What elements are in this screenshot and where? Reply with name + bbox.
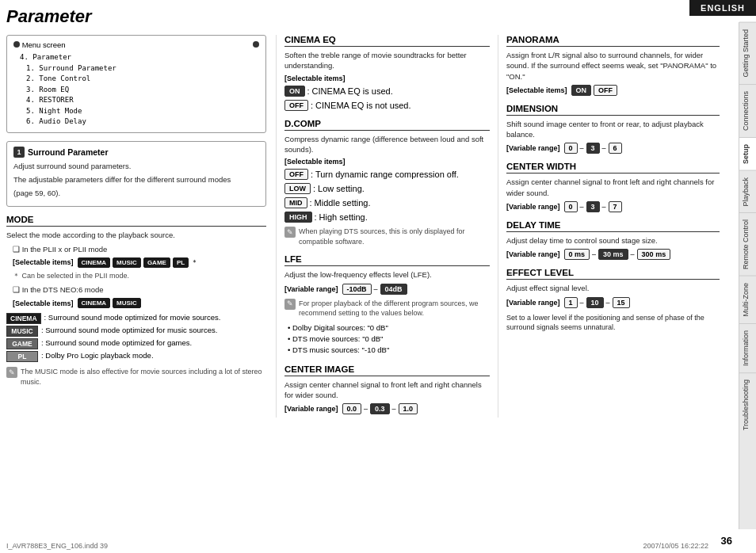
delay-time-dash1: –: [592, 250, 596, 258]
dcomp-high-text: : High setting.: [315, 212, 368, 222]
mode-item-cinema: CINEMA : Surround sound mode optimized f…: [6, 313, 266, 324]
sidebar-tab-multi-zone[interactable]: Multi-Zone: [739, 276, 756, 323]
menu-item-1: 1. Surround Parameter: [26, 63, 259, 74]
dts-music-badge: MUSIC: [113, 298, 141, 308]
delay-time-dash2: –: [631, 250, 635, 258]
pl-mode-badge: PL: [6, 351, 38, 362]
center-image-desc: Assign center channel signal to front le…: [284, 379, 490, 401]
effect-level-note: Set to a lower level if the positioning …: [506, 313, 720, 333]
plii-selectable-items: [Selectable items] CINEMA MUSIC GAME PL …: [13, 257, 266, 268]
delay-time-range-label: [Variable range]: [506, 250, 560, 258]
dts-cinema-badge: CINEMA: [78, 298, 111, 308]
dts-selectable-label: [Selectable items]: [13, 299, 74, 307]
note-icon: ✎: [6, 367, 17, 378]
lfe-bullet-2: DTS music sources: "-10 dB": [288, 345, 490, 356]
panorama-selectable-label: [Selectable items]: [506, 86, 567, 94]
dcomp-desc: Compress dynamic range (difference betwe…: [284, 134, 490, 155]
language-banner: ENGLISH: [689, 0, 756, 16]
cinema-eq-items: ON : CINEMA EQ is used.: [284, 86, 490, 97]
delay-time-range-mid: 30 ms: [598, 249, 628, 260]
effect-level-range-max: 15: [613, 297, 630, 308]
dimension-range: [Variable range] 0 – 3 – 6: [506, 143, 720, 154]
sidebar-tab-playback[interactable]: Playback: [739, 170, 756, 213]
plii-music-badge: MUSIC: [113, 257, 141, 268]
center-image-range-max: 1.0: [399, 403, 418, 414]
mode-items-list: CINEMA : Surround sound mode optimized f…: [6, 313, 266, 362]
center-width-heading: CENTER WIDTH: [506, 162, 720, 174]
menu-item-6: 6. Audio Delay: [26, 116, 259, 128]
menu-screen-content: 4. Parameter 1. Surround Parameter 2. To…: [20, 52, 259, 128]
plii-mode-group: ❑ In the PLII x or PLII mode [Selectable…: [13, 244, 266, 281]
mode-item-game: GAME : Surround sound mode optimized for…: [6, 338, 266, 349]
dimension-range-min: 0: [564, 143, 578, 154]
plii-asterisk: ＊: [191, 257, 198, 268]
dcomp-mid-badge: MID: [284, 197, 307, 208]
center-image-range-min: 0.0: [342, 403, 362, 414]
delay-time-range: [Variable range] 0 ms – 30 ms – 300 ms: [506, 249, 720, 260]
sidebar-tab-troubleshooting[interactable]: Troubleshooting: [739, 372, 756, 437]
panorama-on-badge: ON: [571, 85, 592, 96]
dcomp-mid-item: MID : Middle setting.: [284, 197, 490, 208]
dcomp-off-item: OFF : Turn dynamic range compression off…: [284, 169, 490, 180]
plii-asterisk-note: ＊ Can be selected in the PLII mode.: [13, 271, 266, 281]
sidebar-tab-information[interactable]: Information: [739, 323, 756, 372]
mode-note-text: The MUSIC mode is also effective for mov…: [21, 367, 266, 387]
dcomp-heading: D.COMP: [284, 119, 490, 131]
cinema-eq-off-item: OFF : CINEMA EQ is not used.: [284, 100, 490, 111]
column-1: Menu screen 4. Parameter 1. Surround Par…: [6, 35, 276, 418]
menu-screen-header: Menu screen: [13, 40, 259, 49]
sidebar-tab-getting-started[interactable]: Getting Started: [739, 22, 756, 84]
dcomp-selectable-label-row: [Selectable items]: [284, 158, 490, 166]
cinema-eq-selectable: [Selectable items]: [284, 74, 490, 82]
menu-item-2: 2. Tone Control: [26, 74, 259, 85]
lfe-bullet-1: DTS movie sources: "0 dB": [288, 334, 490, 345]
panorama-off-badge: OFF: [594, 85, 617, 96]
cinema-eq-desc: Soften the treble range of movie soundtr…: [284, 50, 490, 71]
music-mode-text: : Surround sound mode optimized for musi…: [41, 326, 217, 334]
center-image-range-label: [Variable range]: [284, 405, 338, 413]
three-column-layout: Menu screen 4. Parameter 1. Surround Par…: [6, 35, 732, 418]
plii-game-badge: GAME: [143, 257, 170, 268]
lfe-range: [Variable range] -10dB – 04dB: [284, 284, 490, 295]
dcomp-low-text: : Low setting.: [313, 184, 365, 193]
lfe-range-label: [Variable range]: [284, 285, 338, 293]
lfe-range-dash: –: [374, 285, 378, 293]
sidebar-tab-setup[interactable]: Setup: [739, 137, 756, 170]
dcomp-mid-text: : Middle setting.: [310, 198, 371, 208]
lfe-desc: Adjust the low-frequency effects level (…: [284, 269, 490, 280]
plii-pl-badge: PL: [173, 257, 189, 268]
column-3: PANORAMA Assign front L/R signal also to…: [498, 35, 720, 418]
center-image-dash1: –: [364, 405, 368, 413]
pl-mode-text: : Dolby Pro Logic playback mode.: [41, 351, 154, 360]
cinema-eq-on-text: : CINEMA EQ is used.: [307, 86, 393, 96]
center-width-range-max: 7: [609, 201, 622, 212]
lfe-note-text: For proper playback of the different pro…: [299, 299, 490, 318]
dcomp-off-badge: OFF: [284, 169, 308, 180]
surround-parameter-box: 1 Surround Parameter Adjust surround sou…: [6, 141, 266, 208]
menu-screen-box: Menu screen 4. Parameter 1. Surround Par…: [6, 35, 266, 133]
delay-time-range-max: 300 ms: [637, 249, 671, 260]
plii-selectable-label: [Selectable items]: [13, 258, 74, 266]
dcomp-selectable-label: [Selectable items]: [284, 158, 346, 166]
delay-time-heading: DELAY TIME: [506, 220, 720, 232]
cinema-eq-on-badge: ON: [284, 86, 305, 97]
mode-item-music: MUSIC : Surround sound mode optimized fo…: [6, 326, 266, 337]
page-title: Parameter: [6, 6, 732, 27]
surround-param-desc2: The adjustable parameters differ for the…: [13, 174, 259, 185]
game-mode-badge: GAME: [6, 338, 38, 349]
cinema-eq-selectable-label: [Selectable items]: [284, 74, 346, 82]
sidebar-tab-remote-control[interactable]: Remote Control: [739, 212, 756, 276]
sidebar-tab-connections[interactable]: Connections: [739, 84, 756, 137]
menu-screen-dot-left: Menu screen: [13, 40, 66, 49]
dimension-dash1: –: [580, 144, 584, 152]
effect-level-heading: EFFECT LEVEL: [506, 268, 720, 280]
dcomp-note: ✎ When playing DTS sources, this is only…: [284, 227, 490, 246]
panorama-heading: PANORAMA: [506, 35, 720, 47]
surround-param-badge: 1: [13, 147, 25, 158]
dimension-range-max: 6: [609, 143, 622, 154]
page-number: 36: [721, 535, 732, 547]
plii-label: ❑ In the PLII x or PLII mode: [13, 244, 266, 254]
center-image-range: [Variable range] 0.0 – 0.3 – 1.0: [284, 403, 490, 414]
dcomp-low-item: LOW : Low setting.: [284, 183, 490, 194]
game-mode-text: : Surround sound mode optimized for game…: [41, 338, 192, 347]
